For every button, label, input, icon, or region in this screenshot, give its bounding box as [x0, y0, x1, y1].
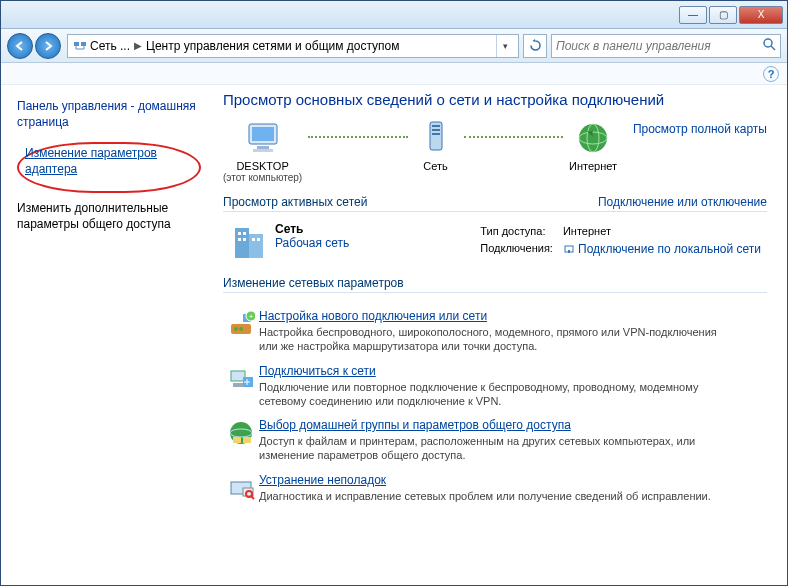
- sidebar: Панель управления - домашняя страница Из…: [1, 85, 211, 585]
- breadcrumb-current[interactable]: Центр управления сетями и общим доступом: [146, 39, 400, 53]
- svg-rect-19: [238, 238, 241, 241]
- svg-rect-0: [74, 42, 79, 46]
- window: — ▢ X Сеть ... ▶ Центр управления сетями…: [0, 0, 788, 586]
- lan-connection-link[interactable]: Подключение по локальной сети: [578, 242, 761, 256]
- node-this-pc: DESKTOP (этот компьютер): [223, 118, 302, 183]
- arrow-left-icon: [14, 40, 26, 52]
- svg-rect-31: [231, 371, 245, 381]
- svg-rect-20: [243, 238, 246, 241]
- node-desktop-label: DESKTOP: [223, 160, 302, 172]
- minimize-button[interactable]: —: [679, 6, 707, 24]
- node-network-label: Сеть: [414, 160, 458, 172]
- back-button[interactable]: [7, 33, 33, 59]
- task-title-link[interactable]: Настройка нового подключения или сети: [259, 309, 487, 323]
- network-kind-link[interactable]: Рабочая сеть: [275, 236, 349, 250]
- forward-button[interactable]: [35, 33, 61, 59]
- sidebar-advanced-link[interactable]: Изменить дополнительные параметры общего…: [17, 201, 201, 232]
- ethernet-icon: [563, 243, 575, 257]
- sidebar-home-link[interactable]: Панель управления - домашняя страница: [17, 99, 201, 130]
- full-map-link[interactable]: Просмотр полной карты: [633, 122, 767, 136]
- task-desc: Диагностика и исправление сетевых пробле…: [259, 489, 711, 503]
- help-strip: ?: [1, 63, 787, 85]
- svg-rect-16: [249, 234, 263, 258]
- active-network-row: Сеть Рабочая сеть Тип доступа: Интернет …: [223, 218, 767, 266]
- task-title-link[interactable]: Устранение неполадок: [259, 473, 386, 487]
- refresh-button[interactable]: [523, 34, 547, 58]
- node-network: Сеть: [414, 118, 458, 183]
- task-item: Устранение неполадокДиагностика и исправ…: [223, 473, 767, 503]
- refresh-icon: [529, 39, 542, 52]
- task-item: +Настройка нового подключения или сетиНа…: [223, 309, 767, 354]
- svg-rect-15: [235, 228, 249, 258]
- connect-disconnect-link[interactable]: Подключение или отключение: [598, 195, 767, 209]
- server-icon: [414, 118, 458, 158]
- task-desc: Подключение или повторное подключение к …: [259, 380, 719, 409]
- svg-point-2: [764, 39, 772, 47]
- task-desc: Доступ к файлам и принтерам, расположенн…: [259, 434, 719, 463]
- maximize-button[interactable]: ▢: [709, 6, 737, 24]
- address-bar[interactable]: Сеть ... ▶ Центр управления сетями и общ…: [67, 34, 519, 58]
- arrow-right-icon: [42, 40, 54, 52]
- task-icon: +: [223, 309, 259, 354]
- breadcrumb-network[interactable]: Сеть ...: [90, 39, 130, 53]
- node-internet: Интернет: [569, 118, 617, 183]
- globe-icon: [571, 118, 615, 158]
- task-title-link[interactable]: Выбор домашней группы и параметров общег…: [259, 418, 571, 432]
- svg-rect-17: [238, 232, 241, 235]
- close-button[interactable]: X: [739, 6, 783, 24]
- main-content: Просмотр основных сведений о сети и наст…: [211, 85, 787, 585]
- search-input[interactable]: [552, 39, 758, 53]
- svg-rect-9: [432, 125, 440, 127]
- svg-point-27: [239, 327, 243, 331]
- connection-line: [308, 136, 407, 138]
- task-item: Подключиться к сетиПодключение или повто…: [223, 364, 767, 409]
- svg-rect-6: [257, 146, 269, 149]
- task-desc: Настройка беспроводного, широкополосного…: [259, 325, 719, 354]
- svg-point-12: [579, 124, 607, 152]
- change-settings-header: Изменение сетевых параметров: [223, 276, 767, 293]
- prop-access-value: Интернет: [559, 224, 765, 239]
- svg-rect-36: [233, 437, 241, 443]
- svg-rect-24: [568, 250, 570, 253]
- svg-rect-10: [432, 129, 440, 131]
- address-dropdown[interactable]: ▾: [496, 34, 514, 58]
- svg-rect-37: [243, 437, 251, 443]
- task-item: Выбор домашней группы и параметров общег…: [223, 418, 767, 463]
- svg-text:+: +: [249, 312, 254, 321]
- svg-rect-22: [257, 238, 260, 241]
- svg-rect-1: [81, 42, 86, 46]
- active-networks-header: Просмотр активных сетей Подключение или …: [223, 195, 767, 212]
- desktop-icon: [241, 118, 285, 158]
- search-box[interactable]: [551, 34, 781, 58]
- svg-rect-5: [252, 127, 274, 141]
- task-icon: [223, 418, 259, 463]
- svg-line-41: [251, 496, 254, 499]
- highlight-circle: Изменение параметров адаптера: [17, 142, 201, 193]
- task-icon: [223, 473, 259, 503]
- active-networks-label: Просмотр активных сетей: [223, 195, 367, 209]
- svg-line-3: [771, 46, 775, 50]
- titlebar: — ▢ X: [1, 1, 787, 29]
- task-title-link[interactable]: Подключиться к сети: [259, 364, 376, 378]
- svg-rect-21: [252, 238, 255, 241]
- node-desktop-sub: (этот компьютер): [223, 172, 302, 183]
- network-properties: Тип доступа: Интернет Подключения: Подкл…: [474, 222, 767, 262]
- task-icon: [223, 364, 259, 409]
- chevron-right-icon: ▶: [134, 40, 142, 51]
- svg-rect-11: [432, 133, 440, 135]
- network-building-icon: [223, 222, 275, 262]
- prop-conn-key: Подключения:: [476, 241, 557, 260]
- change-settings-label: Изменение сетевых параметров: [223, 276, 404, 290]
- help-icon[interactable]: ?: [763, 66, 779, 82]
- svg-point-26: [234, 327, 238, 331]
- node-internet-label: Интернет: [569, 160, 617, 172]
- search-icon: [758, 37, 780, 55]
- network-name: Сеть: [275, 222, 303, 236]
- network-icon: [72, 38, 88, 54]
- connection-line: [464, 136, 563, 138]
- prop-access-key: Тип доступа:: [476, 224, 557, 239]
- page-title: Просмотр основных сведений о сети и наст…: [223, 91, 767, 108]
- svg-rect-18: [243, 232, 246, 235]
- sidebar-adapter-link[interactable]: Изменение параметров адаптера: [25, 146, 193, 177]
- svg-rect-7: [253, 149, 273, 152]
